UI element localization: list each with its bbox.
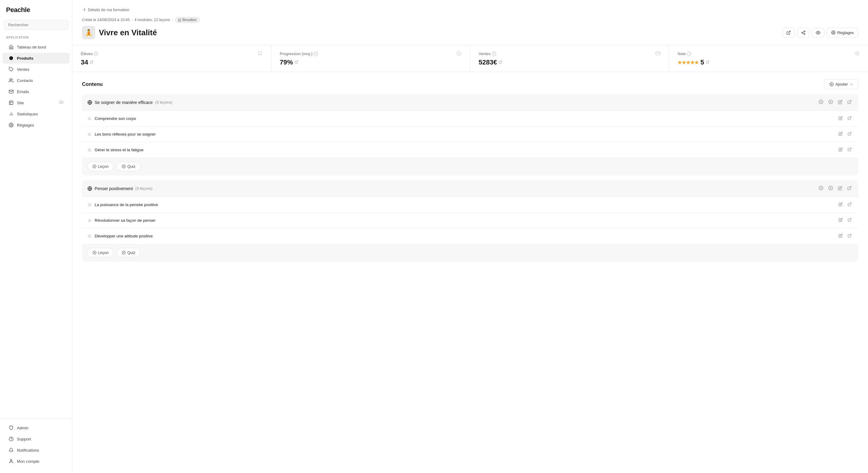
search-input[interactable] xyxy=(4,20,68,30)
nav-admin[interactable]: Admin xyxy=(2,422,70,433)
module-add-lesson-button-2[interactable] xyxy=(817,184,825,192)
lesson-1-2: Les bons réflexes pour se soigner xyxy=(82,126,858,142)
nav-contacts[interactable]: Contacts xyxy=(2,75,70,86)
lesson-text: Révolutionner sa façon de penser xyxy=(95,218,156,223)
external-link-small-icon-3[interactable] xyxy=(499,60,502,65)
nav-notifications[interactable]: Notifications xyxy=(2,445,70,455)
nav-label: Tableau de bord xyxy=(17,45,46,50)
nav-statistiques[interactable]: Statistiques xyxy=(2,108,70,119)
share-button[interactable] xyxy=(797,28,809,38)
nav-site[interactable]: Site xyxy=(2,97,70,108)
nav-home[interactable]: Tableau de bord xyxy=(2,41,70,53)
lesson-edit-button[interactable] xyxy=(837,217,844,224)
lesson-edit-button[interactable] xyxy=(837,115,844,122)
reglages-button[interactable]: Réglages xyxy=(827,28,858,38)
back-button[interactable]: Détails de ma formation xyxy=(82,7,129,12)
lesson-edit-button[interactable] xyxy=(837,232,844,240)
add-lesson-button-1[interactable]: Leçon xyxy=(87,162,114,171)
chevron-left-icon xyxy=(82,7,87,12)
course-created-date: Créée le 24/08/2024 à 10:45 xyxy=(82,18,130,22)
module-external-link-button[interactable] xyxy=(846,98,853,106)
shield-icon xyxy=(8,425,14,431)
bookmark-icon xyxy=(258,51,262,57)
lesson-external-button[interactable] xyxy=(846,130,853,138)
lesson-title: Les bons réflexes pour se soigner xyxy=(87,132,156,136)
ajouter-button[interactable]: Ajouter xyxy=(824,79,858,89)
lesson-edit-button[interactable] xyxy=(837,146,844,154)
svg-point-20 xyxy=(833,32,834,33)
nav-reglages[interactable]: Réglages xyxy=(2,120,70,130)
lesson-1-1-actions xyxy=(837,115,853,122)
module-add-lesson-button[interactable] xyxy=(817,98,825,106)
external-link-small-icon[interactable] xyxy=(90,60,93,65)
module-1-header: Se soigner de manière efficace (3 leçons… xyxy=(82,94,858,111)
plus-icon xyxy=(122,251,126,255)
module-1-title: Se soigner de manière efficace (3 leçons… xyxy=(87,100,173,105)
module-edit-button[interactable] xyxy=(837,98,844,106)
header-actions: Réglages xyxy=(782,28,858,38)
info-icon-eleves[interactable]: ? xyxy=(94,52,98,56)
lesson-edit-button[interactable] xyxy=(837,130,844,138)
svg-rect-23 xyxy=(656,52,660,55)
nav-mon-compte[interactable]: Mon compte xyxy=(2,456,70,467)
section-label: APPLICATION xyxy=(0,36,72,41)
lesson-external-button[interactable] xyxy=(846,146,853,154)
module-2-actions xyxy=(817,184,853,192)
lesson-2-2: Révolutionner sa façon de penser xyxy=(82,212,858,228)
info-icon-progression[interactable]: ? xyxy=(314,52,318,56)
module-lesson-count: (3 leçons) xyxy=(135,186,153,191)
module-edit-button-2[interactable] xyxy=(837,185,844,192)
nav-label: Notifications xyxy=(17,448,39,452)
stat-label-text: Progression (moy.) xyxy=(280,52,313,56)
stat-value-note: ★★★★★ 5 xyxy=(678,58,860,66)
svg-line-74 xyxy=(849,218,851,220)
stat-number: 79% xyxy=(280,58,293,66)
lesson-1-2-actions xyxy=(837,130,853,138)
add-quiz-label: Quiz xyxy=(127,250,135,255)
star-rating: ★★★★★ xyxy=(678,60,699,65)
svg-line-18 xyxy=(803,32,804,32)
bar-chart-icon xyxy=(8,111,14,117)
nav-produits[interactable]: Produits xyxy=(2,53,70,64)
stat-label-note: Note ? xyxy=(678,51,860,57)
module-add-section-button[interactable] xyxy=(827,98,834,106)
lesson-external-button[interactable] xyxy=(846,201,853,209)
logo-text: Peachīe xyxy=(6,6,30,13)
module-2-add-row: Leçon Quiz xyxy=(82,244,858,261)
svg-line-66 xyxy=(849,186,851,188)
nav-emails[interactable]: Emails xyxy=(2,86,70,97)
add-quiz-button-2[interactable]: Quiz xyxy=(117,248,141,257)
nav-label: Admin xyxy=(17,426,28,430)
external-link-small-icon-2[interactable] xyxy=(295,60,299,65)
info-icon-note[interactable]: ? xyxy=(687,52,691,56)
sidebar: Peachīe APPLICATION Tableau de bord Prod… xyxy=(0,0,72,473)
stat-note: Note ? ★★★★★ 5 xyxy=(669,45,868,72)
nav-label: Réglages xyxy=(17,123,34,127)
info-icon-ventes[interactable]: ? xyxy=(492,52,496,56)
svg-line-21 xyxy=(91,61,93,62)
nav-support[interactable]: Support xyxy=(2,434,70,444)
lesson-edit-button[interactable] xyxy=(837,201,844,209)
preview-button[interactable] xyxy=(812,28,824,38)
meta-dot-2: · xyxy=(172,18,173,22)
nav-ventes[interactable]: Ventes xyxy=(2,64,70,75)
module-external-link-button-2[interactable] xyxy=(846,185,853,192)
lesson-external-button[interactable] xyxy=(846,232,853,240)
settings-icon xyxy=(831,30,835,35)
stat-label-text: Élèves xyxy=(81,52,93,56)
external-link-small-icon-4[interactable] xyxy=(706,60,710,65)
module-lesson-count: (3 leçons) xyxy=(155,100,173,104)
lesson-2-1: La puissance de la pensée positive xyxy=(82,197,858,212)
svg-point-9 xyxy=(10,124,12,126)
package-icon xyxy=(8,56,14,61)
logo: Peachīe xyxy=(0,6,72,20)
external-link-button[interactable] xyxy=(782,28,795,38)
help-circle-icon xyxy=(8,436,14,442)
add-quiz-button-1[interactable]: Quiz xyxy=(117,162,141,171)
meta-dot: · xyxy=(131,18,132,22)
lesson-external-button[interactable] xyxy=(846,115,853,122)
lesson-external-button[interactable] xyxy=(846,217,853,224)
module-add-section-button-2[interactable] xyxy=(827,184,834,192)
add-lesson-button-2[interactable]: Leçon xyxy=(87,248,114,257)
lesson-title: Gérer le stress et la fatigue xyxy=(87,148,144,152)
